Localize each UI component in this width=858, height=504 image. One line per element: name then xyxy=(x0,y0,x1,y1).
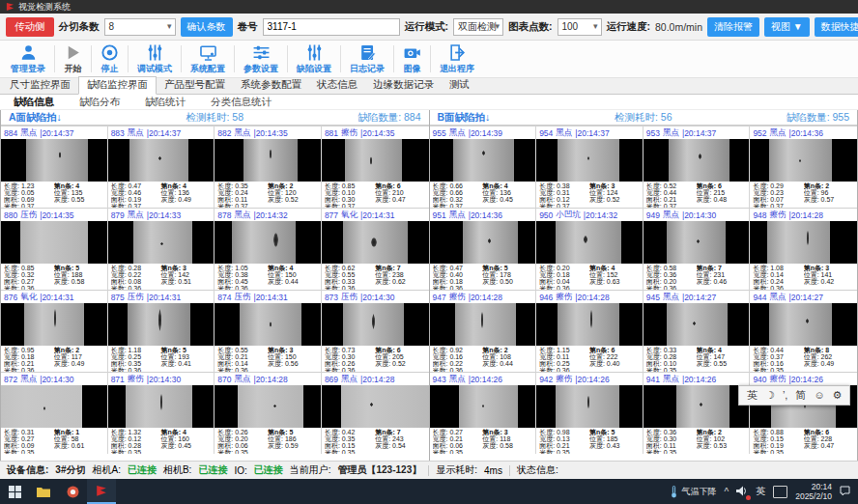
defect-cell[interactable]: 883黑点|20:14:37长度: 0.47第n条: 4宽度: 0.46位置: … xyxy=(108,126,215,208)
io-status: 已连接 xyxy=(254,463,283,477)
taskbar-app-browser[interactable] xyxy=(58,479,87,504)
defect-cell[interactable]: 949黑点|20:14:30长度: 0.58第n条: 7宽度: 0.36位置: … xyxy=(644,208,751,290)
defect-cell[interactable]: 943黑点|20:14:26长度: 0.27第n条: 3宽度: 0.21位置: … xyxy=(430,372,537,454)
toolbar-button-6[interactable]: 参数设置 xyxy=(235,43,287,75)
taskbar-app-inspection[interactable] xyxy=(87,479,116,504)
coil-no-input[interactable] xyxy=(263,18,400,36)
subtab-3[interactable]: 缺陷统计 xyxy=(145,96,186,109)
meta-field: 宽度: 0.40 xyxy=(433,271,483,278)
defect-time: |20:14:36 xyxy=(789,128,823,138)
defect-cell[interactable]: 946擦伤|20:14:28长度: 1.15第n条: 6宽度: 0.11位置: … xyxy=(536,290,644,372)
volume-icon[interactable] xyxy=(736,486,748,498)
ime-settings-icon[interactable]: ⚙ xyxy=(833,386,843,405)
defect-cell[interactable]: 944黑点|20:14:27长度: 0.44第n条: 8宽度: 0.37位置: … xyxy=(750,290,857,372)
toolbar-button-7[interactable]: 缺陷设置 xyxy=(288,43,340,75)
defect-id: 951 xyxy=(433,210,446,220)
defect-cell[interactable]: 948擦伤|20:14:28长度: 1.08第n条: 3宽度: 0.14位置: … xyxy=(750,208,857,290)
defect-cell[interactable]: 875压伤|20:14:31长度: 1.18第n条: 5宽度: 0.25位置: … xyxy=(108,290,215,372)
toolbar-button-5[interactable]: 系统配置 xyxy=(182,43,234,75)
taskbar-app-folder[interactable] xyxy=(29,479,58,504)
notification-center-icon[interactable] xyxy=(840,486,852,497)
toolbar-button-8[interactable]: 日志记录 xyxy=(341,43,393,75)
defect-cell[interactable]: 881擦伤|20:14:35长度: 0.85第n条: 6宽度: 0.10位置: … xyxy=(322,126,429,208)
meta-field: 灰度: 0.47 xyxy=(375,196,425,203)
data-quick-access-button[interactable]: 数据快捷访问 ▼ xyxy=(815,17,858,37)
defect-cell[interactable]: 877氧化|20:14:31长度: 0.62第n条: 7宽度: 0.55位置: … xyxy=(322,208,429,290)
defect-cell[interactable]: 945黑点|20:14:27长度: 0.33第n条: 4宽度: 0.28位置: … xyxy=(644,290,751,372)
taskbar-left xyxy=(0,479,116,504)
defect-cell[interactable]: 940擦伤|20:14:26长度: 0.88第n条: 6宽度: 0.15位置: … xyxy=(750,372,857,454)
defect-cell[interactable]: 953黑点|20:14:37长度: 0.52第n条: 6宽度: 0.44位置: … xyxy=(644,126,751,208)
defect-cell[interactable]: 873压伤|20:14:30长度: 0.73第n条: 6宽度: 0.30位置: … xyxy=(322,290,429,372)
defect-cell[interactable]: 950小凹坑|20:14:32长度: 0.20第n条: 4宽度: 0.18位置:… xyxy=(536,208,644,290)
defect-cell[interactable]: 876氧化|20:14:31长度: 0.95第n条: 2宽度: 0.18位置: … xyxy=(1,290,108,372)
defect-time: |20:14:33 xyxy=(147,210,181,220)
tab-2[interactable]: 缺陷监控界面 xyxy=(78,76,157,95)
tab-4[interactable]: 系统参数配置 xyxy=(233,77,309,94)
defect-grid: 884黑点|20:14:37长度: 1.23第n条: 4宽度: 0.05位置: … xyxy=(1,126,429,454)
defect-cell[interactable]: 941黑点|20:14:26长度: 0.36第n条: 2宽度: 0.30位置: … xyxy=(644,372,751,454)
ime-simplified[interactable]: 简 xyxy=(795,386,806,405)
defect-cell[interactable]: 874压伤|20:14:31长度: 0.55第n条: 3宽度: 0.21位置: … xyxy=(214,290,322,372)
defect-cell[interactable]: 947擦伤|20:14:28长度: 0.92第n条: 2宽度: 0.16位置: … xyxy=(430,290,537,372)
meta-field: 面积: 0.14 xyxy=(217,360,268,367)
panel-title[interactable]: A面缺陷拍↓ xyxy=(9,111,146,125)
chart-points-select[interactable]: 100 xyxy=(558,18,602,36)
meta-field: 灰度: 0.44 xyxy=(482,360,532,367)
defect-cell-header: 953黑点|20:14:37 xyxy=(644,126,750,139)
meta-field: 长度: 0.28 xyxy=(111,265,161,271)
taskbar-language[interactable]: 英 xyxy=(756,485,765,498)
defect-cell[interactable]: 869黑点|20:14:28长度: 0.42第n条: 7宽度: 0.35位置: … xyxy=(322,372,429,454)
defect-image xyxy=(108,139,214,182)
defect-cell[interactable]: 942擦伤|20:14:26长度: 0.98第n条: 5宽度: 0.13位置: … xyxy=(536,372,644,454)
defect-cell[interactable]: 870黑点|20:14:28长度: 0.26第n条: 5宽度: 0.20位置: … xyxy=(214,372,322,454)
defect-cell[interactable]: 879黑点|20:14:33长度: 0.28第n条: 3宽度: 0.22位置: … xyxy=(108,208,215,290)
tray-expand-caret[interactable]: ^ xyxy=(724,487,729,497)
defect-cell[interactable]: 882黑点|20:14:35长度: 0.35第n条: 2宽度: 0.24位置: … xyxy=(214,126,322,208)
defect-cell[interactable]: 871擦伤|20:14:30长度: 1.32第n条: 4宽度: 0.12位置: … xyxy=(108,372,215,454)
panel-title[interactable]: B面缺陷拍↓ xyxy=(438,111,575,125)
tab-5[interactable]: 状态信息 xyxy=(309,77,365,94)
subtab-2[interactable]: 缺陷分布 xyxy=(79,96,120,109)
weather-widget[interactable]: 气温下降 xyxy=(671,486,716,498)
ime-emoji-icon[interactable]: ☺ xyxy=(814,386,824,405)
tab-1[interactable]: 尺寸监控界面 xyxy=(2,77,78,94)
ime-punct-icon[interactable]: ’, xyxy=(783,386,788,405)
slit-count-select[interactable]: 8 xyxy=(104,18,176,36)
drive-side-button[interactable]: 传动侧 xyxy=(6,17,54,37)
meta-field: 位置: 205 xyxy=(375,353,425,360)
defect-image xyxy=(108,221,214,264)
tab-6[interactable]: 边缘数据记录 xyxy=(365,77,442,94)
defect-cell[interactable]: 951黑点|20:14:36长度: 0.47第n条: 5宽度: 0.40位置: … xyxy=(430,208,537,290)
toolbar-button-4[interactable]: 调试模式 xyxy=(129,43,181,75)
toolbar-button-3[interactable]: 停止 xyxy=(92,43,128,75)
ime-lang-en[interactable]: 英 xyxy=(747,386,758,405)
defect-cell[interactable]: 872黑点|20:14:30长度: 0.31第n条: 1宽度: 0.27位置: … xyxy=(1,372,108,454)
defect-cell[interactable]: 954黑点|20:14:37长度: 0.38第n条: 3宽度: 0.31位置: … xyxy=(536,126,644,208)
ime-keyboard-icon[interactable] xyxy=(773,486,787,498)
toolbar-button-9[interactable]: 图像 xyxy=(394,43,430,75)
defect-cell[interactable]: 884黑点|20:14:37长度: 1.23第n条: 4宽度: 0.05位置: … xyxy=(1,126,108,208)
defect-cell[interactable]: 880压伤|20:14:35长度: 0.85第n条: 5宽度: 0.32位置: … xyxy=(1,208,108,290)
run-mode-select[interactable]: 双面检测 xyxy=(453,18,503,36)
defect-cell[interactable]: 952黑点|20:14:36长度: 0.29第n条: 2宽度: 0.23位置: … xyxy=(750,126,857,208)
defect-cell[interactable]: 955黑点|20:14:39长度: 0.66第n条: 4宽度: 0.66位置: … xyxy=(430,126,537,208)
defect-cell-header: 942擦伤|20:14:26 xyxy=(536,373,643,385)
tab-7[interactable]: 测试 xyxy=(442,77,477,94)
tab-3[interactable]: 产品型号配置 xyxy=(157,77,233,94)
view-menu-button[interactable]: 视图 ▼ xyxy=(764,17,810,37)
defect-time: |20:14:30 xyxy=(360,293,394,302)
start-button[interactable] xyxy=(0,479,29,504)
taskbar-clock[interactable]: 20:14 2025/2/10 xyxy=(795,482,832,501)
ime-moon-icon[interactable]: ☽ xyxy=(765,386,775,405)
confirm-count-button[interactable]: 确认条数 xyxy=(181,17,233,37)
meta-row: 米数: 0.35 xyxy=(753,449,854,454)
subtab-4[interactable]: 分类信息统计 xyxy=(211,96,272,109)
defect-cell[interactable]: 878黑点|20:14:32长度: 1.05第n条: 4宽度: 0.38位置: … xyxy=(214,208,322,290)
toolbar-button-2[interactable]: 开始 xyxy=(55,43,91,75)
defect-id: 944 xyxy=(753,293,766,302)
toolbar-button-10[interactable]: 退出程序 xyxy=(431,43,483,75)
clear-alarm-button[interactable]: 清除报警 xyxy=(707,17,759,37)
subtab-1[interactable]: 缺陷信息 xyxy=(14,96,54,109)
toolbar-button-1[interactable]: 管理登录 xyxy=(2,43,54,75)
